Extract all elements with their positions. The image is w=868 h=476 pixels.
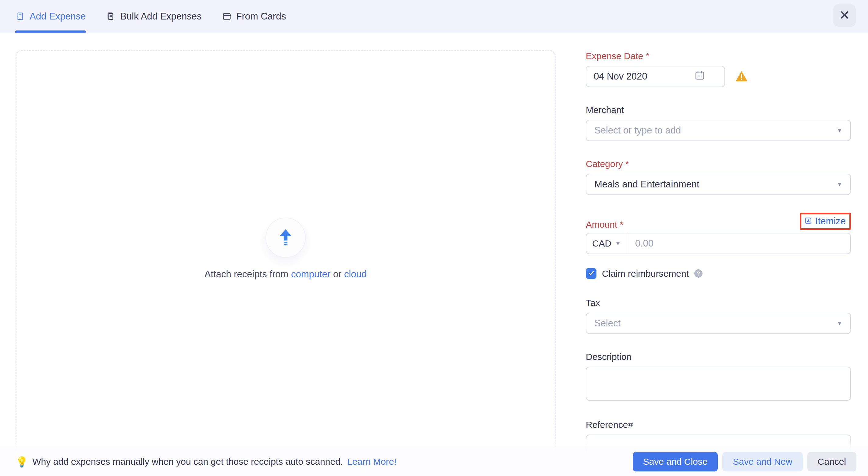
save-and-new-button[interactable]: Save and New	[722, 452, 803, 471]
chevron-down-icon: ▼	[837, 127, 842, 134]
claim-reimbursement-row: Claim reimbursement ?	[586, 268, 851, 279]
description-field: Description	[586, 352, 851, 402]
chevron-down-icon: ▼	[615, 240, 621, 247]
tab-label: From Cards	[236, 11, 286, 22]
tax-select[interactable]: Select ▼	[586, 313, 851, 334]
upload-circle	[266, 218, 306, 258]
footer-buttons: Save and Close Save and New Cancel	[633, 452, 857, 471]
itemize-icon	[804, 217, 812, 226]
chevron-down-icon: ▼	[837, 320, 842, 327]
cloud-link[interactable]: cloud	[344, 269, 367, 280]
cancel-button[interactable]: Cancel	[807, 452, 857, 471]
claim-reimbursement-checkbox[interactable]	[586, 268, 596, 279]
attach-receipts-text: Attach receipts from computer or cloud	[205, 269, 367, 280]
description-textarea[interactable]	[586, 367, 851, 401]
merchant-placeholder: Select or type to add	[594, 125, 681, 136]
currency-code: CAD	[592, 238, 611, 249]
itemize-link[interactable]: Itemize	[815, 216, 846, 227]
tax-placeholder: Select	[594, 318, 621, 329]
receipt-icon	[15, 11, 25, 21]
help-icon[interactable]: ?	[694, 269, 703, 278]
tab-bulk-add-expenses[interactable]: Bulk Add Expenses	[106, 0, 202, 33]
warning-icon	[736, 70, 748, 83]
tax-label: Tax	[586, 298, 851, 308]
category-label: Category *	[586, 159, 851, 169]
merchant-label: Merchant	[586, 105, 851, 115]
modal-footer: 💡 Why add expenses manually when you can…	[0, 436, 868, 476]
tax-field: Tax Select ▼	[586, 298, 851, 334]
receipt-dropzone[interactable]: Attach receipts from computer or cloud	[16, 50, 556, 461]
tab-label: Add Expense	[30, 11, 86, 22]
attach-prefix: Attach receipts from	[205, 269, 289, 280]
check-icon	[588, 270, 595, 278]
add-expense-modal: Add Expense Bulk Add Expenses From Car	[0, 0, 868, 476]
close-icon	[839, 10, 850, 21]
expense-date-input[interactable]	[594, 71, 694, 82]
category-value: Meals and Entertainment	[594, 179, 700, 190]
close-button[interactable]	[833, 4, 856, 27]
merchant-select[interactable]: Select or type to add ▼	[586, 120, 851, 141]
reference-label: Reference#	[586, 420, 851, 430]
category-field: Category * Meals and Entertainment ▼	[586, 159, 851, 195]
amount-input[interactable]	[635, 238, 842, 249]
bulk-receipt-icon	[106, 11, 116, 21]
computer-link[interactable]: computer	[291, 269, 330, 280]
save-and-close-button[interactable]: Save and Close	[633, 452, 718, 471]
description-label: Description	[586, 352, 851, 362]
tab-label: Bulk Add Expenses	[120, 11, 202, 22]
attach-or: or	[333, 269, 342, 280]
amount-label: Amount *	[586, 219, 623, 230]
expense-date-field: Expense Date *	[586, 51, 851, 87]
tab-from-cards[interactable]: From Cards	[222, 0, 286, 33]
bulb-icon: 💡	[16, 456, 28, 468]
tip-text: Why add expenses manually when you can g…	[32, 456, 343, 467]
modal-body: Attach receipts from computer or cloud E…	[0, 33, 868, 476]
itemize-highlight-box: Itemize	[800, 213, 851, 230]
auto-scan-tip: 💡 Why add expenses manually when you can…	[16, 456, 397, 468]
calendar-icon[interactable]	[694, 70, 705, 83]
currency-select[interactable]: CAD ▼	[586, 233, 627, 254]
category-select[interactable]: Meals and Entertainment ▼	[586, 174, 851, 195]
upload-arrow-icon	[276, 228, 295, 248]
merchant-field: Merchant Select or type to add ▼	[586, 105, 851, 141]
learn-more-link[interactable]: Learn More!	[347, 456, 397, 467]
tab-add-expense[interactable]: Add Expense	[15, 0, 86, 33]
card-icon	[222, 11, 231, 21]
claim-reimbursement-label: Claim reimbursement	[602, 268, 689, 279]
expense-date-label: Expense Date *	[586, 51, 851, 61]
expense-date-input-wrap	[586, 66, 725, 87]
expense-form: Expense Date *	[586, 51, 851, 476]
amount-input-group: CAD ▼	[586, 233, 851, 254]
amount-field: Amount * Itemize C	[586, 213, 851, 254]
chevron-down-icon: ▼	[837, 181, 842, 188]
tab-bar: Add Expense Bulk Add Expenses From Car	[0, 0, 868, 33]
